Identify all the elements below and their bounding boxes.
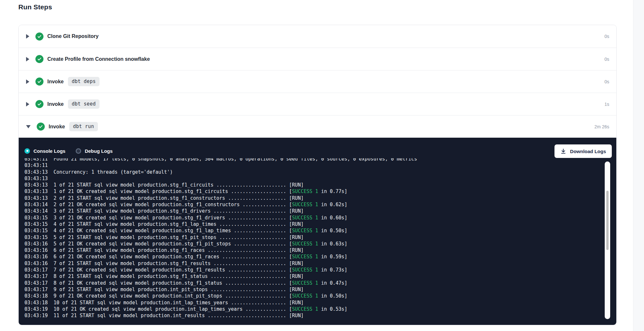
chevron-right-icon[interactable] bbox=[26, 34, 29, 39]
console-header: Console Logs Debug Logs bbox=[19, 138, 616, 158]
log-status-run: [RUN] bbox=[289, 221, 304, 227]
log-message: 8 of 21 OK created sql view model produc… bbox=[48, 280, 289, 286]
debug-logs-radio[interactable]: Debug Logs bbox=[76, 148, 113, 154]
log-timestamp: 03:43:11 bbox=[24, 162, 48, 168]
log-timestamp: 03:43:13 bbox=[24, 176, 48, 181]
console-logs-radio[interactable]: Console Logs bbox=[24, 148, 65, 154]
log-line: 03:43:11 Found 21 models, 17 tests, 0 sn… bbox=[24, 158, 602, 162]
log-status-success: SUCCESS 1 bbox=[292, 293, 318, 299]
run-step-row-clone-git[interactable]: Clone Git Repository 0s bbox=[19, 25, 616, 48]
log-message: 2 of 21 OK created sql view model produc… bbox=[48, 202, 289, 207]
log-status-run: [RUN] bbox=[289, 313, 304, 318]
log-scrollbar-track[interactable] bbox=[605, 161, 610, 319]
radio-label[interactable]: Console Logs bbox=[33, 148, 65, 154]
log-message: 5 of 21 START sql view model production.… bbox=[48, 234, 289, 240]
log-timestamp: 03:43:15 bbox=[24, 234, 48, 240]
success-check-icon bbox=[35, 78, 43, 86]
run-step-row-dbt-seed[interactable]: Invoke dbt seed 1s bbox=[19, 93, 616, 115]
run-step-row-dbt-deps[interactable]: Invoke dbt deps 0s bbox=[19, 70, 616, 93]
log-message: 10 of 21 START sql view model production… bbox=[48, 300, 289, 306]
log-message: 10 of 21 OK created sql view model produ… bbox=[48, 306, 289, 312]
log-message: 11 of 21 START sql view model production… bbox=[48, 313, 289, 318]
log-timestamp: 03:43:17 bbox=[24, 287, 48, 292]
page-right-gutter bbox=[633, 0, 644, 331]
log-line: 03:43:18 9 of 21 OK created sql view mod… bbox=[24, 293, 602, 299]
run-step-row-dbt-run[interactable]: Invoke dbt run 2m 26s bbox=[19, 115, 616, 138]
log-message: 4 of 21 OK created sql view model produc… bbox=[48, 228, 289, 234]
log-status-success: SUCCESS 1 bbox=[292, 306, 318, 312]
log-message: 3 of 21 OK created sql view model produc… bbox=[48, 215, 289, 221]
log-status-run: [RUN] bbox=[289, 261, 304, 266]
log-line: 03:43:13 bbox=[24, 175, 602, 182]
log-status-success: SUCCESS 1 bbox=[292, 215, 318, 221]
log-line: 03:43:17 8 of 21 START sql view model pr… bbox=[24, 273, 602, 280]
log-message: Found 21 models, 17 tests, 0 snapshots, … bbox=[48, 158, 417, 162]
log-line: 03:43:13 2 of 21 START sql view model pr… bbox=[24, 195, 602, 201]
log-timestamp: 03:43:16 bbox=[24, 241, 48, 247]
log-status-success: SUCCESS 1 bbox=[292, 280, 318, 286]
log-timestamp: 03:43:13 bbox=[24, 195, 48, 201]
console-logs-panel: Console Logs Debug Logs Download Logs 03… bbox=[19, 138, 616, 325]
log-timestamp: 03:43:16 bbox=[24, 254, 48, 260]
log-line: 03:43:19 11 of 21 START sql view model p… bbox=[24, 312, 602, 319]
log-line: 03:43:13 Concurrency: 1 threads (target=… bbox=[24, 169, 602, 175]
log-line: 03:43:14 2 of 21 OK created sql view mod… bbox=[24, 201, 602, 208]
download-logs-label: Download Logs bbox=[570, 149, 606, 154]
log-status-run: [RUN] bbox=[289, 182, 304, 188]
step-title: Clone Git Repository bbox=[47, 33, 99, 39]
log-timestamp: 03:43:11 bbox=[24, 158, 48, 162]
success-check-icon bbox=[37, 123, 45, 131]
chevron-down-icon[interactable] bbox=[26, 125, 31, 128]
log-timestamp: 03:43:16 bbox=[24, 261, 48, 266]
log-line: 03:43:11 bbox=[24, 162, 602, 169]
step-command-badge: dbt seed bbox=[68, 99, 100, 109]
log-message: 4 of 21 START sql view model production.… bbox=[48, 221, 289, 227]
radio-selected-icon[interactable] bbox=[24, 148, 30, 154]
log-timestamp: 03:43:17 bbox=[24, 273, 48, 279]
log-message: 8 of 21 START sql view model production.… bbox=[48, 273, 289, 279]
log-timestamp: 03:43:15 bbox=[24, 228, 48, 234]
log-line: 03:43:18 10 of 21 START sql view model p… bbox=[24, 299, 602, 306]
log-timestamp: 03:43:15 bbox=[24, 221, 48, 227]
download-logs-button[interactable]: Download Logs bbox=[554, 144, 612, 158]
log-message bbox=[48, 176, 53, 181]
step-title: Invoke bbox=[49, 124, 65, 130]
log-line: 03:43:19 10 of 21 OK created sql view mo… bbox=[24, 306, 602, 312]
log-status-run: [RUN] bbox=[289, 208, 304, 214]
step-command-badge: dbt run bbox=[69, 122, 98, 131]
log-message: 9 of 21 START sql view model production.… bbox=[48, 287, 289, 292]
console-log-output: 03:43:11 Found 21 models, 17 tests, 0 sn… bbox=[19, 158, 602, 321]
log-line: 03:43:17 7 of 21 OK created sql view mod… bbox=[24, 267, 602, 273]
chevron-right-icon[interactable] bbox=[26, 102, 29, 106]
log-status-run: [RUN] bbox=[289, 247, 304, 253]
log-timestamp: 03:43:13 bbox=[24, 169, 48, 175]
radio-label[interactable]: Debug Logs bbox=[85, 148, 113, 154]
page-title: Run Steps bbox=[18, 3, 52, 11]
log-timestamp: 03:43:14 bbox=[24, 208, 48, 214]
log-line: 03:43:15 4 of 21 START sql view model pr… bbox=[24, 221, 602, 227]
log-line: 03:43:16 6 of 21 OK created sql view mod… bbox=[24, 253, 602, 260]
success-check-icon bbox=[35, 100, 43, 108]
log-message: 6 of 21 OK created sql view model produc… bbox=[48, 254, 289, 260]
log-line: 03:43:16 7 of 21 START sql view model pr… bbox=[24, 260, 602, 267]
log-message: 6 of 21 START sql view model production.… bbox=[48, 247, 289, 253]
chevron-right-icon[interactable] bbox=[26, 79, 29, 84]
log-line: 03:43:16 5 of 21 OK created sql view mod… bbox=[24, 241, 602, 247]
log-line: 03:43:13 1 of 21 START sql view model pr… bbox=[24, 182, 602, 188]
run-step-row-create-profile[interactable]: Create Profile from Connection snowflake… bbox=[19, 48, 616, 70]
chevron-right-icon[interactable] bbox=[26, 57, 29, 61]
log-status-success: SUCCESS 1 bbox=[292, 188, 318, 194]
log-timestamp: 03:43:19 bbox=[24, 306, 48, 312]
radio-unselected-icon[interactable] bbox=[76, 148, 81, 154]
log-line: 03:43:16 6 of 21 START sql view model pr… bbox=[24, 247, 602, 253]
log-content: 03:43:11 Found 21 models, 17 tests, 0 sn… bbox=[19, 158, 602, 319]
log-timestamp: 03:43:13 bbox=[24, 182, 48, 188]
log-scrollbar-thumb[interactable] bbox=[606, 191, 609, 250]
log-message: Concurrency: 1 threads (target='default'… bbox=[48, 169, 173, 175]
log-line: 03:43:14 3 of 21 START sql view model pr… bbox=[24, 208, 602, 214]
log-timestamp: 03:43:18 bbox=[24, 293, 48, 299]
log-line: 03:43:13 1 of 21 OK created sql view mod… bbox=[24, 188, 602, 195]
step-duration: 0s bbox=[604, 34, 609, 39]
log-status-run: [RUN] bbox=[289, 195, 304, 201]
log-status-success: SUCCESS 1 bbox=[292, 254, 318, 260]
